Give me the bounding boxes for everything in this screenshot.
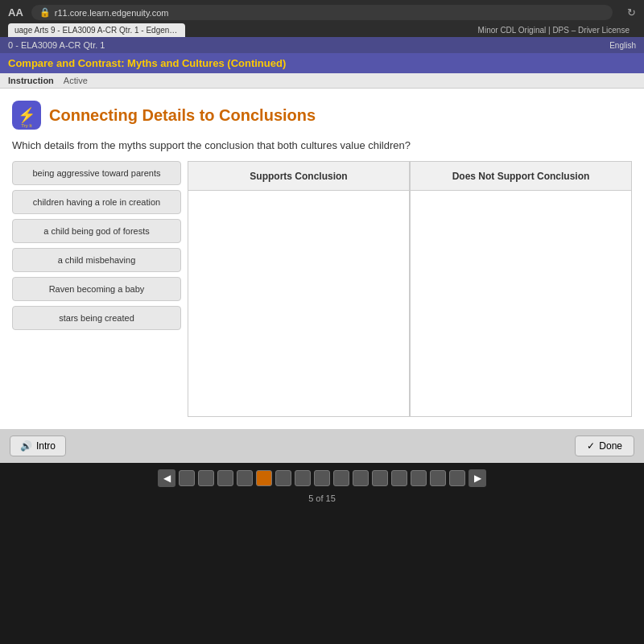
page-dot[interactable]	[179, 470, 195, 486]
try-it-icon: ⚡ Try It	[12, 101, 41, 130]
try-it-symbol: ⚡	[18, 106, 35, 124]
drag-item[interactable]: being aggressive toward parents	[12, 161, 181, 185]
try-it-label: Try It	[12, 123, 41, 128]
page-dot[interactable]	[237, 470, 253, 486]
page-dot[interactable]	[217, 470, 233, 486]
drag-item[interactable]: a child being god of forests	[12, 219, 181, 243]
course-label: 0 - ELA3009 A-CR Qtr. 1	[8, 40, 105, 50]
page-dot[interactable]	[353, 470, 369, 486]
does-not-support-column[interactable]: Does Not Support Conclusion	[410, 161, 632, 417]
active-badge: Active	[64, 76, 88, 85]
activity-title: Connecting Details to Conclusions	[49, 106, 316, 125]
activity-header: ⚡ Try It Connecting Details to Conclusio…	[12, 101, 632, 130]
drag-items-column: being aggressive toward parentschildren …	[12, 161, 181, 417]
question-text: Which details from the myths support the…	[12, 139, 632, 151]
supports-conclusion-column[interactable]: Supports Conclusion	[188, 161, 410, 417]
page-count: 5 of 15	[308, 493, 336, 506]
supports-conclusion-header: Supports Conclusion	[188, 162, 409, 191]
browser-top-bar: AA 🔒 r11.core.learn.edgenuity.com ↻	[8, 5, 636, 20]
intro-button[interactable]: 🔊 Intro	[10, 436, 66, 456]
app-header: 0 - ELA3009 A-CR Qtr. 1 English	[0, 37, 644, 53]
page-title: Compare and Contrast: Myths and Cultures…	[8, 57, 286, 69]
instruction-bar: Instruction Active	[0, 73, 644, 89]
pagination-wrapper: ◀ ▶ 5 of 15	[0, 463, 644, 506]
drag-drop-area: being aggressive toward parentschildren …	[12, 161, 632, 417]
page-dot[interactable]	[333, 470, 349, 486]
done-button[interactable]: ✓ Done	[575, 436, 634, 456]
page-dot[interactable]	[256, 470, 272, 486]
page-dot[interactable]	[275, 470, 291, 486]
drop-columns: Supports Conclusion Does Not Support Con…	[188, 161, 632, 417]
does-not-support-body[interactable]	[411, 191, 631, 416]
browser-url-bar[interactable]: 🔒 r11.core.learn.edgenuity.com	[31, 5, 613, 20]
drag-item[interactable]: stars being created	[12, 306, 181, 330]
drag-item[interactable]: children having a role in creation	[12, 190, 181, 214]
lock-icon: 🔒	[39, 7, 51, 18]
browser-tab-bar: uage Arts 9 - ELA3009 A-CR Qtr. 1 - Edge…	[8, 23, 636, 37]
done-label: Done	[599, 440, 622, 452]
page-title-bar: Compare and Contrast: Myths and Cultures…	[0, 53, 644, 73]
pagination-bar: ◀ ▶	[151, 463, 493, 493]
main-content: ⚡ Try It Connecting Details to Conclusio…	[0, 89, 644, 429]
next-page-button[interactable]: ▶	[469, 469, 486, 487]
intro-label: Intro	[36, 440, 56, 452]
browser-tab-extra[interactable]: Minor CDL Original | DPS – Driver Licens…	[472, 23, 636, 37]
drag-item[interactable]: Raven becoming a baby	[12, 277, 181, 301]
page-dot[interactable]	[430, 470, 446, 486]
drag-item[interactable]: a child misbehaving	[12, 248, 181, 272]
bottom-controls: 🔊 Intro ✓ Done	[0, 429, 644, 463]
instruction-label: Instruction	[8, 76, 54, 85]
supports-conclusion-body[interactable]	[188, 191, 409, 416]
page-dot[interactable]	[391, 470, 407, 486]
browser-tab-active[interactable]: uage Arts 9 - ELA3009 A-CR Qtr. 1 - Edge…	[8, 23, 185, 37]
url-text: r11.core.learn.edgenuity.com	[55, 8, 169, 18]
intro-icon: 🔊	[20, 440, 32, 452]
browser-aa: AA	[8, 6, 23, 19]
refresh-icon[interactable]: ↻	[627, 6, 636, 19]
page-dot[interactable]	[198, 470, 214, 486]
page-dot[interactable]	[449, 470, 465, 486]
page-dot[interactable]	[295, 470, 311, 486]
does-not-support-header: Does Not Support Conclusion	[411, 162, 631, 191]
page-dots-row	[179, 470, 465, 486]
page-dot[interactable]	[372, 470, 388, 486]
prev-page-button[interactable]: ◀	[158, 469, 175, 487]
english-badge: English	[609, 41, 636, 50]
browser-chrome: AA 🔒 r11.core.learn.edgenuity.com ↻ uage…	[0, 0, 644, 37]
page-dot[interactable]	[411, 470, 427, 486]
page-dot[interactable]	[314, 470, 330, 486]
done-checkmark-icon: ✓	[587, 440, 595, 452]
